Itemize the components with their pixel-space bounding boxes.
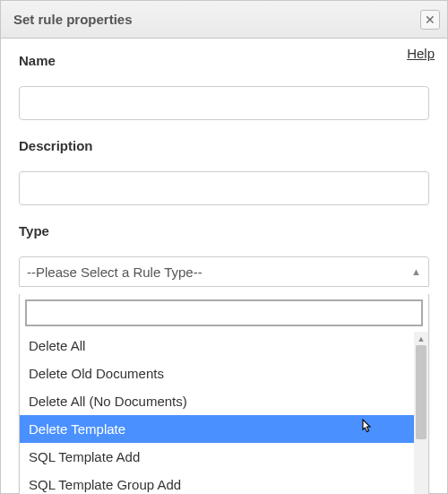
chevron-up-icon: ▲: [411, 266, 421, 277]
type-label: Type: [19, 223, 429, 238]
dialog-title: Set rule properties: [13, 12, 133, 27]
type-select-value: --Please Select a Rule Type--: [27, 264, 202, 280]
dropdown-item-delete-all-no-documents[interactable]: Delete All (No Documents): [20, 387, 428, 415]
description-input[interactable]: [19, 171, 429, 205]
dropdown-item-delete-template[interactable]: Delete Template: [20, 415, 428, 443]
dropdown-item-sql-template-group-add[interactable]: SQL Template Group Add: [20, 471, 428, 494]
close-button[interactable]: ✕: [420, 10, 440, 30]
dialog-titlebar: Set rule properties ✕: [1, 1, 447, 39]
dropdown-item-delete-old-documents[interactable]: Delete Old Documents: [20, 360, 428, 387]
dropdown-scrollbar[interactable]: ▲ ▼: [414, 332, 428, 494]
help-link[interactable]: Help: [407, 46, 435, 61]
type-select[interactable]: --Please Select a Rule Type-- ▲: [19, 256, 429, 287]
scrollbar-track[interactable]: [414, 345, 428, 493]
dropdown-item-sql-template-add[interactable]: SQL Template Add: [20, 443, 428, 471]
dropdown-item-delete-all[interactable]: Delete All: [20, 332, 428, 360]
type-dropdown: Delete All Delete Old Documents Delete A…: [19, 294, 429, 494]
description-label: Description: [19, 138, 429, 153]
close-icon: ✕: [425, 13, 435, 26]
dropdown-search-input[interactable]: [25, 299, 423, 326]
name-label: Name: [19, 53, 429, 68]
dialog-content: Name Description Type --Please Select a …: [1, 39, 447, 287]
scrollbar-thumb[interactable]: [416, 345, 426, 439]
dropdown-list: Delete All Delete Old Documents Delete A…: [20, 332, 428, 494]
scroll-up-icon[interactable]: ▲: [414, 332, 428, 345]
dropdown-search-wrap: [20, 294, 428, 332]
rule-properties-dialog: Set rule properties ✕ Help Name Descript…: [0, 0, 448, 494]
name-input[interactable]: [19, 86, 429, 120]
